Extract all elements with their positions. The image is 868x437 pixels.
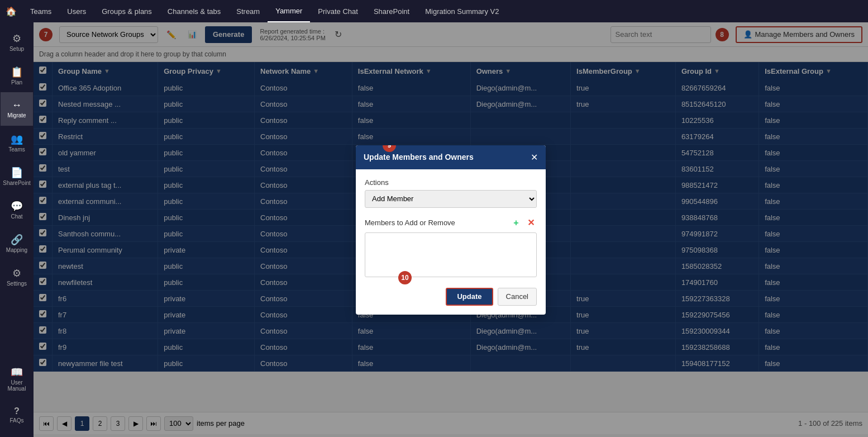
- nav-stream[interactable]: Stream: [228, 0, 268, 22]
- chat-icon: 💬: [11, 200, 23, 212]
- update-button[interactable]: Update: [446, 288, 493, 306]
- teams-icon: 👥: [11, 133, 23, 145]
- sidebar-label-plan: Plan: [11, 79, 22, 86]
- sidebar: ⚙ Setup 📋 Plan ↔ Migrate 👥 Teams 📄 Share…: [0, 22, 34, 437]
- sidebar-label-setup: Setup: [9, 46, 24, 52]
- sidebar-item-faqs[interactable]: ? FAQs: [1, 398, 33, 431]
- sidebar-item-mapping[interactable]: 🔗 Mapping: [1, 226, 33, 260]
- sidebar-label-faqs: FAQs: [9, 417, 23, 424]
- sidebar-label-teams: Teams: [8, 146, 25, 153]
- nav-groups-plans[interactable]: Groups & plans: [94, 0, 160, 22]
- nav-users[interactable]: Users: [59, 0, 94, 22]
- nav-migration-summary[interactable]: Migration Summary V2: [417, 0, 507, 22]
- members-textarea[interactable]: [365, 232, 537, 277]
- sidebar-item-user-manual[interactable]: 📖 User Manual: [1, 362, 33, 396]
- main-content: 7 Source Network Groups ✏️ 📊 Generate Re…: [34, 22, 868, 437]
- nav-yammer[interactable]: Yammer: [268, 0, 310, 22]
- user-manual-icon: 📖: [11, 366, 23, 378]
- migrate-icon: ↔: [12, 99, 22, 111]
- modal-overlay[interactable]: 9 Update Members and Owners ✕ Actions Ad…: [34, 22, 868, 437]
- cancel-button[interactable]: Cancel: [498, 288, 537, 306]
- sidebar-label-settings: Settings: [7, 281, 27, 287]
- remove-member-icon-button[interactable]: ✕: [524, 217, 537, 229]
- home-button[interactable]: 🏠: [0, 0, 22, 22]
- modal-title: Update Members and Owners: [364, 153, 474, 162]
- nav-sharepoint[interactable]: SharePoint: [366, 0, 417, 22]
- sidebar-label-mapping: Mapping: [6, 247, 27, 253]
- sidebar-item-plan[interactable]: 📋 Plan: [1, 59, 33, 92]
- sidebar-label-user-manual: User Manual: [3, 379, 31, 392]
- step-badge-10: 10: [398, 271, 412, 284]
- sidebar-item-chat[interactable]: 💬 Chat: [1, 193, 33, 226]
- settings-icon: ⚙: [12, 267, 21, 279]
- setup-icon: ⚙: [12, 32, 21, 45]
- sidebar-item-setup[interactable]: ⚙ Setup: [1, 25, 33, 59]
- sidebar-item-teams[interactable]: 👥 Teams: [1, 126, 33, 159]
- plan-icon: 📋: [11, 66, 23, 78]
- actions-dropdown[interactable]: Add Member Remove Member Add Owner Remov…: [365, 190, 537, 208]
- sidebar-item-sharepoint[interactable]: 📄 SharePoint: [1, 159, 33, 193]
- sidebar-label-chat: Chat: [11, 213, 22, 220]
- nav-teams[interactable]: Teams: [22, 0, 59, 22]
- update-members-modal: 9 Update Members and Owners ✕ Actions Ad…: [356, 145, 546, 315]
- members-label: Members to Add or Remove: [365, 218, 455, 227]
- faqs-icon: ?: [14, 406, 20, 416]
- sidebar-label-sharepoint: SharePoint: [3, 180, 30, 186]
- actions-label: Actions: [365, 178, 537, 187]
- add-member-icon-button[interactable]: +: [510, 217, 522, 229]
- nav-channels-tabs[interactable]: Channels & tabs: [160, 0, 228, 22]
- modal-body: Actions Add Member Remove Member Add Own…: [356, 169, 546, 315]
- modal-close-button[interactable]: ✕: [531, 152, 538, 163]
- sidebar-item-migrate[interactable]: ↔ Migrate: [1, 92, 33, 126]
- members-icons: + ✕: [510, 217, 537, 229]
- sidebar-label-migrate: Migrate: [7, 112, 26, 118]
- sharepoint-icon: 📄: [11, 167, 23, 179]
- mapping-icon: 🔗: [11, 234, 23, 246]
- sidebar-item-settings[interactable]: ⚙ Settings: [1, 260, 33, 293]
- members-label-row: Members to Add or Remove + ✕: [365, 217, 537, 229]
- nav-private-chat[interactable]: Private Chat: [310, 0, 366, 22]
